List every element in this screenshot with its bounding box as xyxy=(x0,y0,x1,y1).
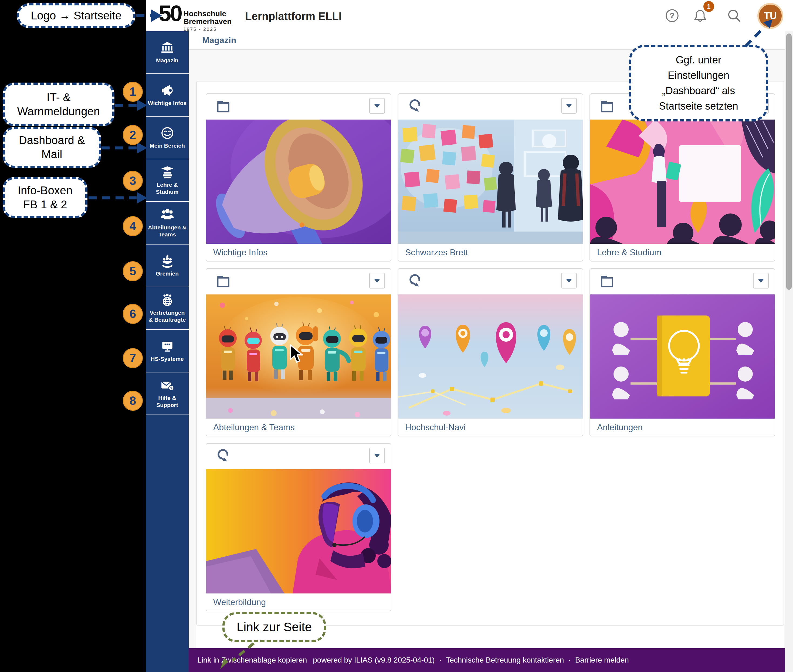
step-badge-4: 4 xyxy=(123,216,143,236)
card-weiterbildung[interactable]: Weiterbildung xyxy=(206,443,391,611)
content-area: Wichtige Infos xyxy=(189,50,785,648)
chevron-down-icon xyxy=(374,104,380,108)
sidebar-item-label: Abteilungen & Teams xyxy=(147,224,187,238)
card-title: Wichtige Infos xyxy=(206,244,391,261)
card-title: Hochschul-Navi xyxy=(398,419,583,436)
card-actions-dropdown[interactable] xyxy=(369,98,385,114)
annotation-info-boxen: Info-Boxen FB 1 & 2 xyxy=(3,177,87,218)
sidebar-item-label: Wichtige Infos xyxy=(148,99,186,107)
card-title: Lehre & Studium xyxy=(590,244,775,261)
chevron-down-icon xyxy=(566,104,572,108)
card-actions-dropdown[interactable] xyxy=(369,448,385,463)
mail-help-icon: ? xyxy=(160,378,175,392)
card-hochschul-navi[interactable]: Hochschul-Navi xyxy=(397,268,583,437)
sidebar-item-mein-bereich[interactable]: Mein Bereich xyxy=(146,117,189,159)
card-image-lightbulb-network xyxy=(590,294,775,419)
card-title: Weiterbildung xyxy=(206,594,391,611)
card-actions-dropdown[interactable] xyxy=(561,98,577,114)
card-abteilungen-teams[interactable]: Abteilungen & Teams xyxy=(206,268,391,437)
logo-name-line1: Hochschule xyxy=(183,10,232,18)
magazin-panel: Wichtige Infos xyxy=(196,81,784,626)
chevron-down-icon xyxy=(374,454,380,458)
sidebar-item-wichtige-infos[interactable]: Wichtige Infos xyxy=(146,74,189,117)
sidebar-item-vertretungen-beauftragte[interactable]: Vertretungen & Beauftragte xyxy=(146,287,189,330)
avatar[interactable]: TU xyxy=(758,3,783,29)
smiley-icon xyxy=(160,126,175,140)
step-badge-8: 8 xyxy=(123,391,143,411)
card-wichtige-infos[interactable]: Wichtige Infos xyxy=(206,93,391,261)
card-title: Abteilungen & Teams xyxy=(206,419,391,436)
help-icon[interactable]: ? xyxy=(665,8,680,23)
sidebar-item-gremien[interactable]: Gremien xyxy=(146,245,189,287)
card-title: Schwarzes Brett xyxy=(398,244,583,261)
logo-years: 1975 - 2025 xyxy=(183,27,232,32)
step-badge-3: 3 xyxy=(123,171,143,191)
card-image-megaphone xyxy=(206,120,391,244)
step-badge-1: 1 xyxy=(123,82,143,102)
card-image-presentation xyxy=(590,120,775,244)
megaphone-icon xyxy=(160,83,175,98)
logo-name-line2: Bremerhaven xyxy=(183,18,232,26)
step-badge-7: 7 xyxy=(123,348,143,368)
annotation-dashboard-startseite: Ggf. unter Einstellungen „Dashboard“ als… xyxy=(629,45,768,122)
card-schwarzes-brett[interactable]: Schwarzes Brett xyxy=(397,93,583,261)
app-header: 50 Hochschule Bremerhaven 1975 - 2025 Le… xyxy=(146,0,793,31)
folder-icon xyxy=(215,99,231,114)
card-image-map-pins xyxy=(398,294,583,419)
committee-icon xyxy=(160,254,175,268)
footer-bar: Link in Zwischenablage kopieren powered … xyxy=(189,648,793,672)
sidebar-item-label: Gremien xyxy=(156,270,179,277)
chevron-down-icon xyxy=(758,279,764,283)
sidebar-item-label: Magazin xyxy=(156,57,178,64)
folder-icon xyxy=(599,99,615,114)
breadcrumb-magazin[interactable]: Magazin xyxy=(202,35,236,45)
sidebar-item-hs-systeme[interactable]: *** HS-Systeme xyxy=(146,330,189,373)
chevron-down-icon xyxy=(374,279,380,283)
card-actions-dropdown[interactable] xyxy=(369,273,385,288)
sidebar-item-label: Mein Bereich xyxy=(149,142,185,149)
screenshot-root: 50 Hochschule Bremerhaven 1975 - 2025 Le… xyxy=(0,0,793,672)
people-icon xyxy=(160,208,175,222)
page-title: Lernplattform ELLI xyxy=(245,10,342,22)
sidebar-item-label: Lehre & Studium xyxy=(147,181,187,195)
search-icon[interactable] xyxy=(727,8,742,23)
monitor-icon: *** xyxy=(160,339,175,353)
card-image-sticky-notes xyxy=(398,120,583,244)
card-actions-dropdown[interactable] xyxy=(561,273,577,288)
card-title: Anleitungen xyxy=(590,419,775,436)
footer-powered-by: powered by ILIAS (v9.8 2025-04-01) xyxy=(313,656,434,664)
hochschule-bremerhaven-logo[interactable]: 50 Hochschule Bremerhaven 1975 - 2025 xyxy=(159,3,232,32)
step-badge-5: 5 xyxy=(123,261,143,281)
globe-people-icon xyxy=(160,293,175,307)
svg-text:?: ? xyxy=(170,386,172,390)
sidebar-item-lehre-studium[interactable]: Lehre & Studium xyxy=(146,159,189,202)
annotation-link-zur-seite: Link zur Seite xyxy=(223,612,326,642)
sidebar-item-magazin[interactable]: Magazin xyxy=(146,31,189,74)
annotation-dashboard-mail: Dashboard & Mail xyxy=(3,127,101,168)
sidebar-item-hilfe-support[interactable]: ? Hilfe & Support xyxy=(146,373,189,415)
sidebar-item-abteilungen-teams[interactable]: Abteilungen & Teams xyxy=(146,202,189,245)
footer-accessibility-link[interactable]: Barriere melden xyxy=(575,656,629,664)
card-image-headset-woman xyxy=(206,469,391,594)
annotation-logo-startseite: Logo → Startseite xyxy=(17,3,136,28)
footer-support-link[interactable]: Technische Betreuung kontaktieren xyxy=(446,656,564,664)
svg-text:?: ? xyxy=(670,11,674,20)
card-grid: Wichtige Infos xyxy=(206,93,775,611)
sidebar-item-label: Vertretungen & Beauftragte xyxy=(147,309,187,323)
svg-text:***: *** xyxy=(164,342,171,348)
footer-separator: · xyxy=(568,656,570,664)
vertical-scrollbar xyxy=(785,31,793,672)
books-icon xyxy=(160,165,175,179)
step-badge-2: 2 xyxy=(123,125,143,145)
card-actions-dropdown[interactable] xyxy=(753,273,769,288)
link-icon xyxy=(215,448,231,464)
chevron-down-icon xyxy=(566,279,572,283)
folder-icon xyxy=(215,274,231,289)
sidebar-item-label: HS-Systeme xyxy=(151,355,184,362)
folder-icon xyxy=(599,274,615,289)
scrollbar-thumb[interactable] xyxy=(786,34,791,290)
footer-separator: · xyxy=(439,656,442,664)
footer-copy-link[interactable]: Link in Zwischenablage kopieren xyxy=(197,656,307,664)
card-anleitungen[interactable]: Anleitungen xyxy=(590,268,775,437)
sidebar: Magazin Wichtige Infos Mein Bereich Lehr… xyxy=(146,31,189,672)
